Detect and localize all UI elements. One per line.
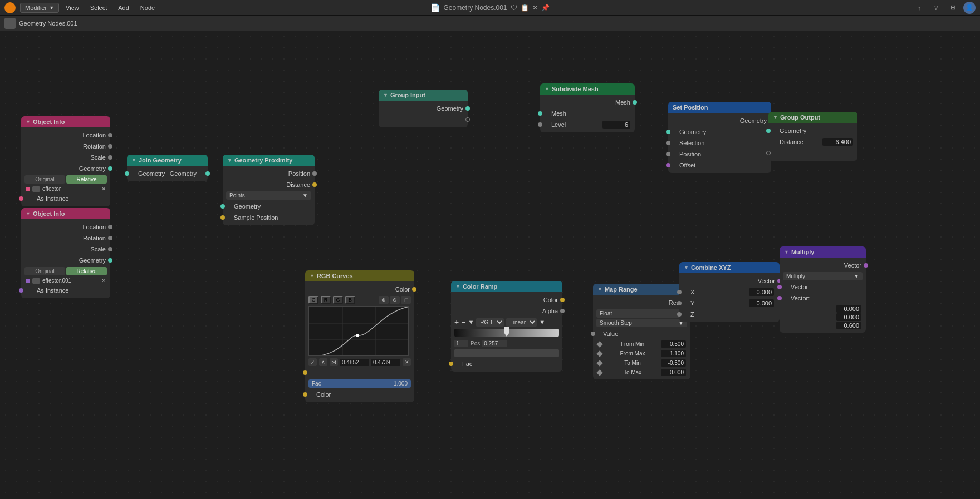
map-range-title: Map Range (605, 286, 638, 293)
pin-icon[interactable]: 📌 (541, 4, 550, 12)
fac-row: Fac 1.000 (308, 379, 411, 388)
menu-add[interactable]: Add (114, 3, 134, 12)
curves-val2[interactable]: 0.4739 (371, 359, 400, 366)
from-max-val[interactable]: 1.100 (661, 350, 686, 357)
ramp-add-btn[interactable]: + (454, 318, 459, 327)
mult-xyz-vals: 0.000 0.000 0.600 (780, 304, 866, 330)
cxyz-y-val[interactable]: 0.000 (749, 299, 774, 307)
curves-close-btn[interactable]: ✕ (403, 358, 411, 366)
ramp-color-bar (454, 349, 559, 357)
curves-display[interactable] (308, 306, 409, 356)
distance-input[interactable] (822, 138, 853, 146)
ramp-pos-val[interactable]: 0.257 (482, 340, 507, 347)
curve-tab-b[interactable]: B (345, 296, 355, 304)
curves-tool-3[interactable]: ⋈ (330, 358, 338, 366)
curves-val1[interactable]: 0.4852 (340, 359, 369, 366)
mr-interp-dropdown[interactable]: Smooth Step ▼ (596, 319, 687, 327)
mr-type-dropdown[interactable]: Float ▼ (596, 309, 687, 318)
mult-mode-dropdown[interactable]: Multiply ▼ (783, 272, 863, 280)
points-dropdown[interactable]: Points ▼ (226, 191, 311, 200)
mr-value-socket (591, 332, 595, 336)
close-icon[interactable]: ✕ (532, 4, 538, 12)
ramp-stop[interactable] (504, 327, 509, 337)
help-icon[interactable]: ? (930, 2, 942, 14)
combine-xyz-title: Combine XYZ (691, 264, 731, 271)
from-max-icon (596, 350, 602, 357)
menu-select[interactable]: Select (86, 3, 112, 12)
modifier-label: Modifier (25, 4, 47, 11)
to-max-val[interactable]: -0.000 (661, 369, 686, 376)
menu-view[interactable]: View (61, 3, 84, 12)
mult-y-val[interactable]: 0.000 (836, 313, 861, 321)
window-title-area: 📄 Geometry Nodes.001 🛡 📋 ✕ 📌 (430, 3, 549, 12)
geo-in-row: Geometry (223, 201, 315, 212)
go-dist-row: Distance (768, 136, 857, 147)
mult-x-val[interactable]: 0.000 (836, 305, 861, 313)
instance-label-2: As Instance (37, 287, 68, 294)
mult-z-val[interactable]: 0.600 (836, 322, 861, 329)
modifier-dropdown[interactable]: Modifier ▼ (20, 3, 59, 13)
menu-node[interactable]: Node (136, 3, 159, 12)
effector-remove-btn[interactable]: ✕ (101, 186, 106, 192)
curve-tab-c[interactable]: C (308, 296, 318, 304)
go-geo-row: Geometry (768, 125, 857, 136)
join-geo-header: ▼ Join Geometry (127, 155, 208, 166)
instance-row-2: As Instance (21, 285, 110, 296)
object-info-node-2: ▼ Object Info Location Rotation Scale Ge… (21, 208, 110, 298)
to-min-val[interactable]: -0.500 (661, 359, 686, 367)
mult-x-val-row: 0.000 (791, 305, 861, 313)
object-info-2-body: Location Rotation Scale Geometry Origina… (21, 219, 110, 298)
node-canvas[interactable]: ▼ Object Info Location Rotation Scale Ge… (0, 31, 980, 499)
level-input[interactable]: 6 (602, 121, 630, 129)
secondary-bar: Geometry Nodes.001 (0, 16, 980, 31)
mult-mode-label: Multiply (786, 273, 805, 279)
ramp-interp-select[interactable]: Linear (506, 318, 537, 327)
go-extra-socket (766, 151, 771, 155)
color-ramp-header: ▼ Color Ramp (451, 281, 562, 292)
original-btn-2[interactable]: Original (24, 267, 65, 275)
curves-tool-1[interactable]: ⟋ (308, 358, 317, 366)
ramp-stop-num[interactable] (454, 340, 468, 347)
curves-tool-2[interactable]: ∧ (319, 358, 327, 366)
effector-remove-btn-2[interactable]: ✕ (101, 278, 106, 284)
geo-out-socket (465, 106, 470, 111)
location-row-2: Location (21, 221, 110, 233)
cxyz-z-label: Z (690, 311, 694, 318)
relative-btn-2[interactable]: Relative (66, 267, 107, 275)
to-min-icon (596, 360, 602, 366)
ramp-mode-select[interactable]: RGB (476, 318, 504, 327)
ramp-stop-controls: Pos 0.257 (451, 339, 562, 348)
scale-row-2: Scale (21, 244, 110, 255)
layout-icon[interactable]: ⊞ (947, 2, 959, 14)
curve-tab-g[interactable]: G (333, 296, 343, 304)
upload-icon[interactable]: ↑ (913, 2, 925, 14)
curves-clip-icon[interactable]: ◻ (401, 296, 411, 304)
object-info-2-title: Object Info (33, 210, 65, 217)
geo-proximity-title: Geometry Proximity (234, 157, 293, 164)
mult-vec2-row: Vector: (780, 293, 866, 304)
sp-sel-socket (666, 141, 670, 145)
cr-color-label: Color (543, 297, 558, 303)
ramp-remove-btn[interactable]: − (461, 318, 465, 327)
mr-result-row: Result (593, 297, 690, 308)
cxyz-x-val[interactable]: 0.000 (749, 288, 774, 296)
ramp-bar[interactable] (454, 329, 559, 337)
group-output-body: Geometry Distance (768, 123, 857, 161)
to-max-row: To Max -0.000 (593, 368, 690, 377)
cxyz-x-socket (677, 290, 682, 294)
from-min-val[interactable]: 0.500 (661, 340, 686, 348)
relative-btn[interactable]: Relative (66, 175, 107, 184)
cr-alpha-label: Alpha (542, 308, 558, 314)
top-menubar: Modifier ▼ View Select Add Node 📄 Geomet… (0, 0, 980, 16)
go-extra-row (768, 147, 857, 159)
original-btn[interactable]: Original (24, 175, 65, 184)
user-icon[interactable]: 👤 (963, 2, 976, 14)
curve-tab-r[interactable]: R (321, 296, 331, 304)
original-relative-group-2: Original Relative (24, 267, 107, 275)
join-geo-body: Geometry Geometry (127, 166, 208, 181)
object-info-node-1: ▼ Object Info Location Rotation Scale Ge… (21, 116, 110, 206)
effector-dot (26, 187, 30, 191)
instance-socket-2 (19, 288, 23, 293)
curves-zoom-icon[interactable]: ⊕ (379, 296, 389, 304)
curves-reset-icon[interactable]: ⊙ (390, 296, 400, 304)
